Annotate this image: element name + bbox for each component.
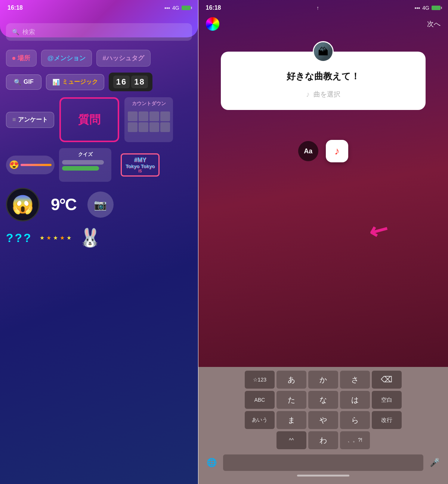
right-battery-icon: [432, 6, 441, 10]
key-ka[interactable]: か: [308, 371, 338, 389]
quiz-sticker[interactable]: クイズ: [59, 148, 111, 182]
tokyo-text-3: IS: [126, 169, 155, 173]
countdown-sticker[interactable]: カウントダウン: [124, 97, 173, 142]
anketo-icon: ≡: [12, 116, 16, 123]
countdown-tile: [149, 111, 159, 121]
sparkle-icon: [60, 236, 65, 240]
tokyo-sticker[interactable]: #MY Tokyo Tokyo IS: [116, 150, 164, 180]
tokyo-text-1: #MY: [126, 157, 155, 163]
next-button[interactable]: 次へ: [427, 19, 441, 28]
anketo-sticker[interactable]: ≡ アンケート: [6, 112, 54, 128]
quiz-bar-1: [62, 160, 104, 165]
sticker-row-2: 🔍 GIF 📊 ミュージック 16 18: [6, 73, 192, 91]
avatar-image: 🏔: [314, 42, 333, 61]
anketo-label: アンケート: [18, 116, 48, 124]
sticker-row-6: ??? 🐰: [6, 227, 192, 248]
gif-search-icon: 🔍: [14, 79, 21, 86]
right-signal-icon: ▪▪▪: [414, 5, 420, 11]
mention-sticker[interactable]: @メンション: [41, 50, 92, 67]
left-panel: 16:18 ▪▪▪ 4G 🔍 検索 場所 @メンション #ハッシュタグ: [0, 0, 198, 484]
song-select-area[interactable]: ♪ 曲を選択: [232, 90, 414, 99]
keyboard-row-2: ABC た な は 空白: [200, 391, 447, 409]
key-ta[interactable]: た: [276, 391, 306, 409]
emoji-slider-sticker[interactable]: 😍: [6, 156, 55, 174]
tokyo-inner: #MY Tokyo Tokyo IS: [121, 153, 160, 177]
slider-track: [21, 164, 52, 166]
key-ma[interactable]: ま: [276, 411, 306, 429]
music-sticker-card[interactable]: 🏔 好きな曲教えて！ ♪ 曲を選択: [221, 52, 426, 110]
right-status-icons: ▪▪▪ 4G: [414, 5, 441, 11]
globe-button[interactable]: 🌐: [204, 454, 220, 471]
countdown-tiles: [126, 110, 172, 134]
music-bar-icon: 📊: [52, 79, 60, 86]
countdown-tile: [139, 111, 148, 121]
key-punct[interactable]: 、。?!: [340, 431, 370, 449]
left-status-icons: ▪▪▪ 4G: [164, 5, 191, 11]
right-toolbar: 次へ: [198, 14, 448, 37]
key-sa[interactable]: さ: [340, 371, 370, 389]
left-status-bar: 16:18 ▪▪▪ 4G: [0, 0, 198, 14]
question-label: 質問: [78, 112, 101, 128]
sticker-row-5: 😱 9°C 📷: [6, 188, 192, 221]
key-wa[interactable]: わ: [308, 431, 338, 449]
microphone-button[interactable]: 🎤: [426, 454, 443, 471]
right-arrow-icon: ↑: [316, 5, 319, 11]
search-bar[interactable]: 🔍 検索: [6, 23, 192, 41]
keyboard-row-4: ^^ わ 、。?!: [200, 431, 447, 449]
sparkles: [40, 236, 71, 240]
countdown-tile: [128, 122, 138, 132]
sparkle-icon: [53, 236, 58, 240]
question-marks-label: ???: [6, 231, 33, 245]
right-center-status: ↑: [316, 5, 319, 11]
clock-sticker[interactable]: 16 18: [109, 73, 152, 91]
countdown-tile: [149, 122, 159, 132]
music-label: ミュージック: [62, 78, 98, 86]
space-key[interactable]: 空白: [372, 391, 402, 409]
hashtag-sticker[interactable]: #ハッシュタグ: [96, 50, 151, 67]
left-battery-icon: [182, 6, 191, 10]
face-sticker[interactable]: 😱: [6, 188, 40, 221]
location-sticker[interactable]: 場所: [6, 50, 37, 67]
sticker-section: 場所 @メンション #ハッシュタグ 🔍 GIF 📊 ミュージック 16 18: [0, 50, 198, 248]
clock-hour: 16: [113, 76, 130, 88]
sticker-row-1: 場所 @メンション #ハッシュタグ: [6, 50, 192, 67]
color-picker-button[interactable]: [206, 17, 219, 31]
mention-label: @メンション: [47, 54, 86, 62]
character-sticker: 🐰: [79, 227, 101, 248]
key-ra[interactable]: ら: [340, 411, 370, 429]
sticker-row-3: ≡ アンケート 質問 カウントダウン: [6, 97, 192, 142]
quiz-bar-2: [62, 166, 99, 171]
key-123[interactable]: ☆123: [245, 371, 275, 389]
hashtag-label: #ハッシュタグ: [103, 54, 144, 62]
key-a[interactable]: あ: [276, 371, 306, 389]
camera-icon: 📷: [94, 199, 107, 211]
countdown-tile: [128, 111, 138, 121]
left-network-label: 4G: [172, 5, 179, 11]
key-kigou[interactable]: ^^: [276, 431, 306, 449]
arrow-indicator: ↙: [364, 214, 393, 246]
key-na[interactable]: な: [308, 391, 338, 409]
delete-key[interactable]: ⌫: [372, 371, 402, 389]
space-bar[interactable]: [223, 454, 423, 471]
countdown-tile: [139, 122, 148, 132]
question-sticker[interactable]: 質問: [59, 97, 119, 142]
aa-text-button[interactable]: Aa: [298, 141, 318, 161]
music-app-button[interactable]: ♪: [326, 140, 348, 162]
song-placeholder: 曲を選択: [313, 90, 340, 99]
enter-key[interactable]: 改行: [372, 411, 402, 429]
key-aiueo[interactable]: あいう: [245, 411, 275, 429]
key-abc[interactable]: ABC: [245, 391, 275, 409]
music-sticker[interactable]: 📊 ミュージック: [46, 74, 104, 90]
key-ha[interactable]: は: [340, 391, 370, 409]
key-ya[interactable]: や: [308, 411, 338, 429]
quiz-label: クイズ: [62, 151, 108, 158]
location-label: 場所: [18, 54, 30, 62]
countdown-tile: [160, 122, 170, 132]
home-indicator: [297, 475, 349, 477]
sticker-row-4: 😍 クイズ #MY Tokyo Tokyo IS: [6, 148, 192, 182]
gif-sticker[interactable]: 🔍 GIF: [6, 74, 41, 90]
camera-button[interactable]: 📷: [87, 192, 114, 218]
left-signal-icon: ▪▪▪: [164, 5, 170, 11]
card-title: 好きな曲教えて！: [232, 70, 414, 82]
emoji-slider-thumb: 😍: [9, 160, 19, 170]
